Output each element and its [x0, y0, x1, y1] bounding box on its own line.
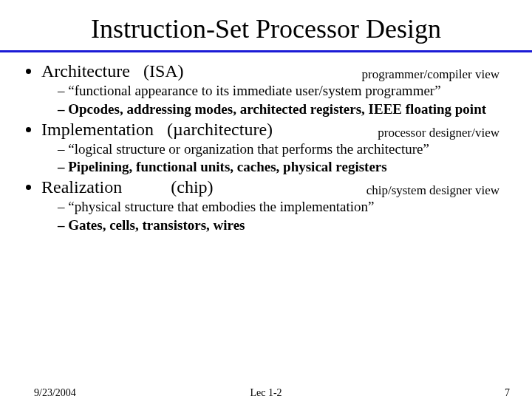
sub-text: “physical structure that embodies the im… — [68, 199, 374, 214]
section-implementation: Implementation (µarchitecture) processor… — [41, 120, 510, 177]
section-paren: (chip) — [171, 177, 213, 197]
sub-text: “logical structure or organization that … — [68, 141, 429, 157]
section-architecture: Architecture (ISA) programmer/compiler v… — [41, 61, 510, 118]
section-paren: (µarchitecture) — [167, 120, 273, 140]
title-underline — [0, 50, 532, 52]
section-view: chip/system designer view — [366, 183, 499, 198]
sub-item: Pipelining, functional units, caches, ph… — [58, 159, 510, 176]
sub-list: “physical structure that embodies the im… — [41, 199, 510, 234]
slide: Instruction-Set Processor Design Archite… — [0, 0, 532, 399]
section-view: programmer/compiler view — [362, 67, 499, 82]
bullet-list: Architecture (ISA) programmer/compiler v… — [22, 61, 510, 234]
section-realization: Realization (chip) chip/system designer … — [41, 177, 510, 234]
heading-line: Realization (chip) chip/system designer … — [41, 177, 499, 197]
heading-line: Architecture (ISA) programmer/compiler v… — [41, 61, 499, 81]
sub-text: Opcodes, addressing modes, architected r… — [68, 101, 486, 117]
sub-text: Pipelining, functional units, caches, ph… — [68, 159, 386, 174]
sub-item: Gates, cells, transistors, wires — [58, 217, 510, 234]
sub-list: “logical structure or organization that … — [41, 141, 510, 177]
slide-title: Instruction-Set Processor Design — [22, 13, 510, 49]
sub-text: Gates, cells, transistors, wires — [68, 217, 245, 233]
section-label: Realization — [41, 177, 122, 197]
sub-item: “functional appearance to its immediate … — [58, 83, 510, 100]
sub-item: “physical structure that embodies the im… — [58, 199, 510, 216]
sub-list: “functional appearance to its immediate … — [41, 83, 510, 118]
section-view: processor designer/view — [378, 126, 499, 140]
footer-lecture: Lec 1-2 — [0, 387, 532, 399]
heading-line: Implementation (µarchitecture) processor… — [41, 120, 499, 140]
section-label: Architecture — [41, 61, 130, 81]
section-paren: (ISA) — [143, 61, 184, 81]
footer-page-number: 7 — [505, 387, 510, 399]
sub-text: “functional appearance to its immediate … — [68, 83, 440, 98]
section-label: Implementation — [41, 120, 154, 140]
sub-item: “logical structure or organization that … — [58, 141, 510, 158]
sub-item: Opcodes, addressing modes, architected r… — [58, 101, 510, 118]
